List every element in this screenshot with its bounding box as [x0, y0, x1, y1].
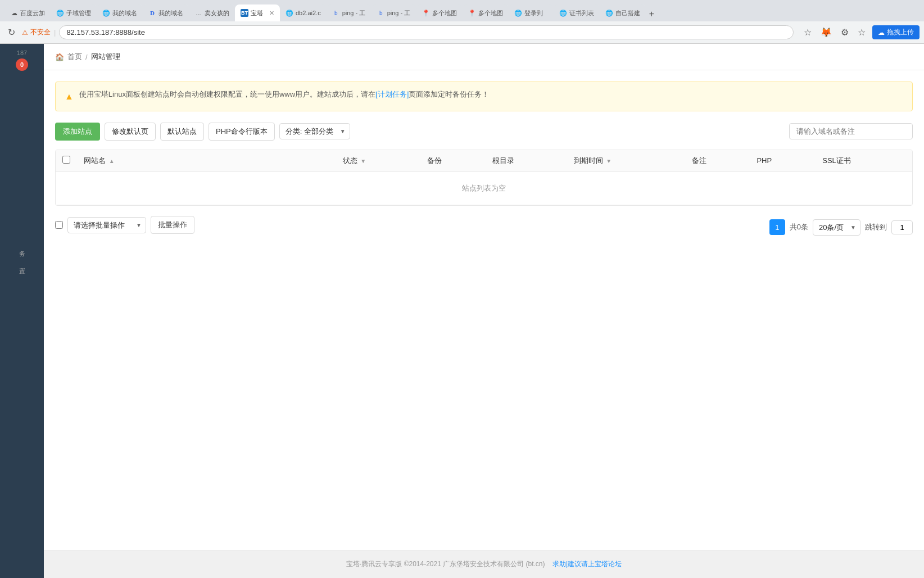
add-site-button[interactable]: 添加站点	[55, 123, 100, 141]
tab-title: 多个地图	[478, 9, 503, 17]
cloud-upload-button[interactable]: ☁ 拖拽上传	[872, 25, 920, 39]
breadcrumb: 🏠 首页 / 网站管理	[44, 44, 924, 70]
page-1-button[interactable]: 1	[769, 219, 785, 235]
tab-close-icon[interactable]: ✕	[269, 10, 274, 17]
footer-forum-link[interactable]: 求助|建议请上宝塔论坛	[552, 560, 622, 568]
tab-title: 百度云加	[20, 9, 45, 17]
table-header-name: 网站名 ▲	[77, 150, 336, 172]
tab-title: 多个地图	[432, 9, 457, 17]
sidebar-item-settings[interactable]: 置	[0, 263, 44, 280]
tab-favicon: ...	[194, 9, 202, 17]
tab-favicon: BT	[241, 9, 248, 17]
tab-login[interactable]: 🌐 登录到	[509, 4, 554, 21]
table-header-expire: 到期时间 ▼	[567, 150, 686, 172]
tab-title: db2.ai2.c	[296, 10, 321, 16]
settings-icon[interactable]: ⚙	[839, 25, 851, 40]
star-icon[interactable]: ☆	[801, 25, 814, 40]
footer-text: 宝塔·腾讯云专享版 ©2014-2021 广东堡塔安全技术有限公司 (bt.cn…	[346, 560, 545, 568]
address-text: 82.157.53.187:8888/site	[66, 28, 145, 37]
tab-bar: ☁ 百度云加 🌐 子域管理 🌐 我的域名 D 我的域名 ... 卖女孩的 BT …	[0, 0, 924, 21]
table-header-check	[56, 150, 77, 172]
tab-title: 我的域名	[112, 9, 137, 17]
tab-ping1[interactable]: b ping - 工	[327, 4, 372, 21]
batch-select[interactable]: 请选择批量操作	[67, 217, 146, 233]
batch-row: 请选择批量操作 ▼ 批量操作	[55, 216, 194, 234]
sites-table: 网站名 ▲ 状态 ▼ 备份 根目录	[55, 150, 913, 206]
sidebar-ip: 187	[17, 49, 27, 56]
tab-title: 宝塔	[251, 9, 263, 17]
pagination-total: 共0条	[790, 222, 808, 232]
cloud-icon: ☁	[878, 29, 885, 37]
status-filter-icon[interactable]: ▼	[360, 158, 366, 164]
footer: 宝塔·腾讯云专享版 ©2014-2021 广东堡塔安全技术有限公司 (bt.cn…	[44, 550, 924, 578]
expire-sort-icon[interactable]: ▼	[606, 158, 612, 164]
sidebar-item-label: 务	[19, 250, 25, 257]
tab-db[interactable]: 🌐 db2.ai2.c	[280, 4, 327, 21]
warning-link[interactable]: [计划任务]	[375, 90, 409, 98]
breadcrumb-home[interactable]: 首页	[67, 52, 82, 62]
tab-subdomain[interactable]: 🌐 子域管理	[51, 4, 97, 21]
col-expire-label: 到期时间	[574, 156, 603, 165]
table-header-note: 备注	[685, 150, 750, 172]
warning-icon: ⚠	[22, 29, 28, 37]
tab-baota[interactable]: BT 宝塔 ✕	[235, 4, 280, 21]
extension-icon[interactable]: 🦊	[818, 25, 834, 40]
warning-triangle-icon: ▲	[65, 89, 74, 104]
tab-favicon: 🌐	[56, 9, 64, 17]
page-size-select[interactable]: 20条/页	[813, 219, 860, 236]
col-note-label: 备注	[692, 156, 706, 165]
page-content: ▲ 使用宝塔Linux面板创建站点时会自动创建权限配置，统一使用www用户。建站…	[44, 70, 924, 249]
security-text: 不安全	[30, 28, 51, 37]
bottom-bar: 请选择批量操作 ▼ 批量操作 1 共0条 20条/页 ▼ 跳转	[55, 206, 913, 238]
tab-girl[interactable]: ... 卖女孩的	[189, 4, 235, 21]
batch-operate-button[interactable]: 批量操作	[151, 216, 194, 234]
warning-text-after: 页面添加定时备份任务！	[409, 90, 489, 98]
breadcrumb-separator: /	[85, 53, 88, 61]
tab-favicon: b	[332, 9, 340, 17]
home-icon: 🏠	[55, 53, 64, 61]
back-button[interactable]: ↻	[4, 25, 19, 40]
tab-domain2[interactable]: D 我的域名	[143, 4, 189, 21]
browser-toolbar: ↻ ⚠ 不安全 | 82.157.53.187:8888/site ☆ 🦊 ⚙ …	[0, 21, 924, 44]
php-cli-button[interactable]: PHP命令行版本	[209, 123, 275, 141]
sites-table-inner: 网站名 ▲ 状态 ▼ 备份 根目录	[56, 150, 912, 205]
col-ssl-label: SSL证书	[822, 156, 851, 165]
tab-baidu[interactable]: ☁ 百度云加	[4, 4, 51, 21]
tab-map1[interactable]: 📍 多个地图	[416, 4, 463, 21]
search-input[interactable]	[789, 123, 913, 139]
default-site-button[interactable]: 默认站点	[160, 123, 204, 141]
breadcrumb-current: 网站管理	[91, 52, 120, 62]
tab-map2[interactable]: 📍 多个地图	[463, 4, 509, 21]
category-select-wrapper: 分类: 全部分类 ▼	[279, 123, 350, 139]
pagination-bar: 1 共0条 20条/页 ▼ 跳转到	[769, 213, 913, 238]
sidebar-item-label: 置	[19, 268, 25, 274]
tab-title: 子域管理	[66, 9, 91, 17]
sidebar-badge: 0	[16, 58, 28, 71]
tab-self[interactable]: 🌐 自己搭建	[600, 4, 646, 21]
tab-favicon: 🌐	[605, 9, 613, 17]
tab-title: 证书列表	[569, 9, 594, 17]
sidebar-item-service[interactable]: 务	[0, 245, 44, 263]
tab-cert[interactable]: 🌐 证书列表	[554, 4, 600, 21]
table-header-ssl: SSL证书	[816, 150, 912, 172]
tab-ping2[interactable]: b ping - 工	[372, 4, 416, 21]
tab-domain1[interactable]: 🌐 我的域名	[97, 4, 143, 21]
content-area: 🏠 首页 / 网站管理 ▲ 使用宝塔Linux面板创建站点时会自动创建权限配置，…	[44, 44, 924, 578]
address-bar[interactable]: 82.157.53.187:8888/site	[59, 25, 794, 39]
table-header: 网站名 ▲ 状态 ▼ 备份 根目录	[56, 150, 912, 172]
table-empty-row: 站点列表为空	[56, 171, 912, 205]
tab-favicon: ☁	[10, 9, 18, 17]
sidebar: 187 0 务 置	[0, 44, 44, 578]
goto-label: 跳转到	[865, 222, 887, 232]
select-all-checkbox[interactable]	[62, 156, 70, 164]
new-tab-button[interactable]: +	[646, 7, 658, 21]
col-root-label: 根目录	[492, 156, 514, 165]
name-sort-icon[interactable]: ▲	[109, 158, 115, 164]
modify-default-page-button[interactable]: 修改默认页	[105, 123, 156, 141]
batch-checkbox[interactable]	[55, 221, 63, 229]
category-select[interactable]: 分类: 全部分类	[279, 123, 350, 139]
table-header-root: 根目录	[486, 150, 567, 172]
toolbar-icons: ☆ 🦊 ⚙ ☆ ☁ 拖拽上传	[801, 25, 920, 40]
bookmark-icon[interactable]: ☆	[855, 25, 868, 40]
goto-input[interactable]	[891, 220, 913, 234]
